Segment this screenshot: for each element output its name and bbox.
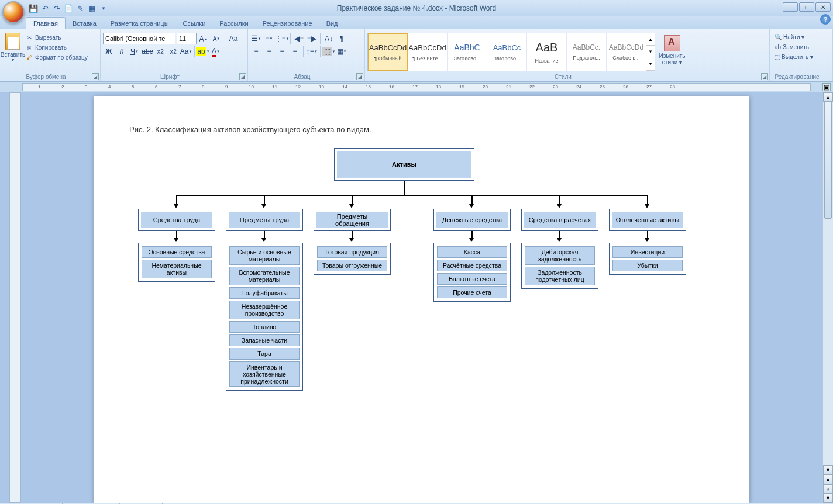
bold-button[interactable]: Ж — [103, 46, 115, 57]
vertical-scrollbar[interactable]: ▲ ▼ ▲ ○ ▼ — [822, 92, 833, 503]
scroll-thumb[interactable] — [824, 102, 832, 219]
scroll-down-button[interactable]: ▼ — [823, 465, 833, 475]
font-color-button[interactable]: A▼ — [210, 46, 222, 57]
font-size-select[interactable] — [177, 33, 197, 44]
line-spacing-button[interactable]: ‡≡▼ — [306, 46, 318, 57]
help-icon[interactable]: ? — [820, 14, 831, 25]
page[interactable]: Рис. 2. Классификация активов хозяйствую… — [94, 96, 749, 503]
horizontal-ruler[interactable]: 1234567891011121314151617181920212223242… — [22, 83, 811, 91]
align-left-button[interactable]: ≡ — [250, 46, 262, 57]
format-painter-button[interactable]: 🖌Формат по образцу — [23, 53, 90, 62]
style-item-5[interactable]: AaBbCc.Подзагол... — [567, 33, 607, 71]
multilevel-button[interactable]: ⋮≡▼ — [276, 33, 288, 44]
scroll-up-button[interactable]: ▲ — [823, 92, 833, 102]
style-item-2[interactable]: AaBbCЗаголово... — [448, 33, 487, 71]
shading-button[interactable]: ⬚▼ — [323, 46, 335, 57]
qat-icon-2[interactable]: ✎ — [75, 3, 85, 13]
styles-launcher[interactable]: ◢ — [761, 73, 768, 80]
qat-icon-3[interactable]: ▦ — [87, 3, 97, 13]
change-styles-icon — [664, 35, 680, 51]
find-button[interactable]: 🔍Найти ▾ — [772, 33, 830, 42]
document-scroll[interactable]: Рис. 2. Классификация активов хозяйствую… — [21, 92, 822, 503]
change-styles-button[interactable]: Изменить стили ▾ — [658, 33, 687, 80]
next-page-button[interactable]: ▼ — [823, 493, 833, 503]
ribbon-tabs: Главная Вставка Разметка страницы Ссылки… — [0, 16, 833, 29]
tab-mailings[interactable]: Рассылки — [212, 18, 255, 29]
figure-caption: Рис. 2. Классификация активов хозяйствую… — [129, 125, 714, 134]
browse-object-button[interactable]: ○ — [823, 484, 833, 493]
tab-home[interactable]: Главная — [26, 17, 66, 29]
superscript-button[interactable]: x2 — [167, 46, 179, 57]
ruler-toggle[interactable]: ▣ — [822, 83, 831, 91]
cut-button[interactable]: ✂Вырезать — [23, 33, 90, 42]
font-launcher[interactable]: ◢ — [239, 73, 246, 80]
select-button[interactable]: ⬚Выделить ▾ — [772, 53, 830, 61]
close-button[interactable]: ✕ — [815, 2, 831, 12]
italic-button[interactable]: К — [116, 46, 128, 57]
diagram-item-1-0: Сырьё и основные материалы — [229, 246, 300, 265]
strike-button[interactable]: abc — [142, 46, 153, 57]
style-item-6[interactable]: AaBbCcDdСлабое в... — [607, 33, 646, 71]
indent-inc-button[interactable]: ≡▶ — [306, 33, 318, 44]
tab-view[interactable]: Вид — [319, 18, 345, 29]
style-item-1[interactable]: AaBbCcDd¶ Без инте... — [408, 33, 448, 71]
diagram-col-head-4: Средства в расчётах — [521, 209, 598, 231]
diagram-item-1-6: Тара — [229, 348, 300, 360]
paragraph-launcher[interactable]: ◢ — [356, 73, 363, 80]
shrink-font-button[interactable]: A▼ — [211, 33, 222, 44]
prev-page-button[interactable]: ▲ — [823, 475, 833, 484]
numbering-button[interactable]: ≡▼ — [263, 33, 275, 44]
clipboard-launcher[interactable]: ◢ — [92, 73, 99, 80]
vertical-ruler[interactable] — [9, 92, 21, 503]
grow-font-button[interactable]: A▲ — [198, 33, 209, 44]
diagram-item-3-3: Прочие счета — [437, 286, 507, 298]
diagram-item-1-4: Топливо — [229, 321, 300, 333]
change-case-button[interactable]: Aa▼ — [180, 46, 192, 57]
replace-button[interactable]: abЗаменить — [772, 43, 830, 51]
brush-icon: 🖌 — [25, 53, 33, 61]
group-label-clipboard: Буфер обмена — [0, 74, 92, 80]
style-item-3[interactable]: AaBbCcЗаголово... — [487, 33, 527, 71]
diagram-item-3-2: Валютные счета — [437, 273, 507, 285]
font-name-select[interactable] — [103, 33, 175, 44]
ribbon: Вставить ▼ ✂Вырезать ⎘Копировать 🖌Формат… — [0, 29, 833, 82]
diagram-item-1-3: Незавершённое производство — [229, 301, 300, 319]
styles-gallery[interactable]: AaBbCcDd¶ ОбычныйAaBbCcDd¶ Без инте...Aa… — [367, 33, 655, 71]
gallery-more[interactable]: ▾ — [646, 58, 655, 71]
diagram-col-head-3: Денежные средства — [433, 209, 511, 231]
undo-icon[interactable]: ↶ — [40, 3, 50, 13]
tab-review[interactable]: Рецензирование — [256, 18, 319, 29]
clear-format-button[interactable]: Aa — [228, 33, 239, 44]
style-item-4[interactable]: AaBНазвание — [527, 33, 567, 71]
save-icon[interactable]: 💾 — [28, 3, 39, 13]
subscript-button[interactable]: x2 — [154, 46, 166, 57]
highlight-button[interactable]: ab▼ — [197, 46, 209, 57]
qat-icon-1[interactable]: 📄 — [63, 3, 74, 13]
sort-button[interactable]: A↓ — [323, 33, 335, 44]
justify-button[interactable]: ≡ — [289, 46, 301, 57]
diagram-item-0-0: Основные средства — [142, 246, 212, 258]
show-marks-button[interactable]: ¶ — [336, 33, 347, 44]
redo-icon[interactable]: ↷ — [51, 3, 62, 13]
style-item-0[interactable]: AaBbCcDd¶ Обычный — [368, 33, 408, 71]
tab-references[interactable]: Ссылки — [176, 18, 213, 29]
borders-button[interactable]: ▦▼ — [336, 46, 347, 57]
indent-dec-button[interactable]: ◀≡ — [293, 33, 305, 44]
align-right-button[interactable]: ≡ — [276, 46, 288, 57]
maximize-button[interactable]: □ — [799, 2, 814, 12]
bullets-button[interactable]: ☰▼ — [250, 33, 262, 44]
paste-button[interactable]: Вставить ▼ — [2, 30, 23, 80]
copy-button[interactable]: ⎘Копировать — [23, 43, 90, 52]
tab-layout[interactable]: Разметка страницы — [104, 18, 176, 29]
diagram-item-4-0: Дебиторская задолженность — [525, 246, 595, 265]
align-center-button[interactable]: ≡ — [263, 46, 275, 57]
qat-more-icon[interactable]: ▼ — [98, 3, 109, 13]
tab-insert[interactable]: Вставка — [66, 18, 104, 29]
underline-button[interactable]: Ч▼ — [129, 46, 140, 57]
diagram-col-items-2: Готовая продукцияТовары отгруженные — [314, 243, 391, 275]
minimize-button[interactable]: — — [783, 2, 798, 12]
diagram-col-head-1: Предметы труда — [226, 209, 303, 231]
gallery-row-down[interactable]: ▼ — [646, 46, 655, 58]
gallery-row-up[interactable]: ▲ — [646, 33, 655, 46]
office-button[interactable] — [2, 1, 25, 23]
